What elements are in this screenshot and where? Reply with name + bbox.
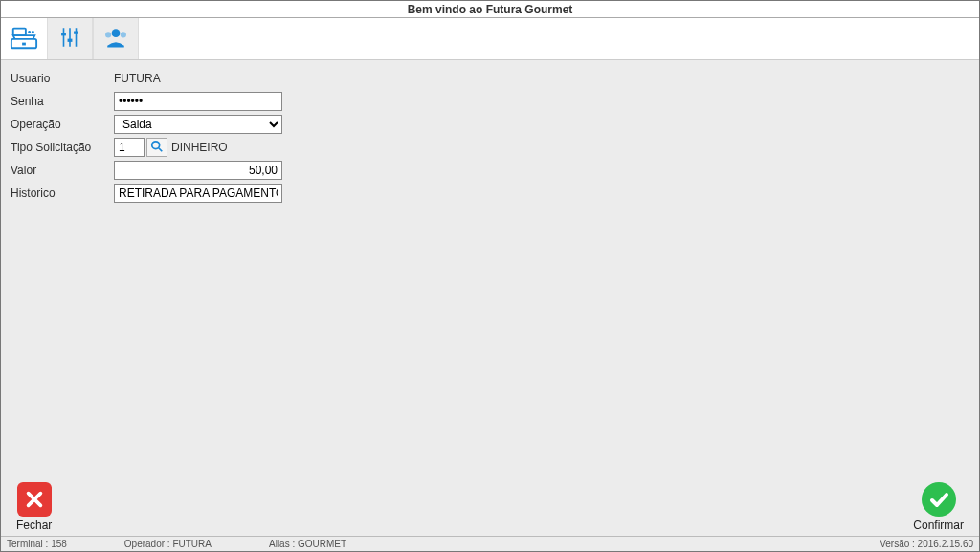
usuario-value: FUTURA (114, 72, 161, 85)
tipo-text: DINHEIRO (171, 141, 228, 154)
toolbar-users-button[interactable] (93, 18, 139, 59)
status-terminal: Terminal : 158 (7, 539, 67, 549)
svg-point-14 (152, 141, 160, 148)
svg-point-12 (105, 32, 111, 37)
status-versao-value: 2016.2.15.60 (918, 539, 973, 549)
svg-rect-9 (68, 39, 73, 42)
close-icon (17, 482, 52, 517)
row-valor: Valor (11, 160, 969, 181)
status-alias-label: Alias : (269, 539, 295, 549)
toolbar (1, 18, 979, 60)
form-area: Usuario FUTURA Senha Operação Saida Tipo… (1, 60, 979, 536)
confirm-label: Confirmar (913, 519, 964, 532)
row-tipo-solicitacao: Tipo Solicitação DINHEIRO (11, 137, 969, 158)
status-terminal-value: 158 (51, 539, 67, 549)
sliders-icon (57, 25, 82, 53)
confirm-button[interactable]: Confirmar (913, 482, 964, 532)
status-bar: Terminal : 158 Operador : FUTURA Alias :… (1, 536, 979, 551)
status-operador-label: Operador : (124, 539, 170, 549)
check-icon (922, 482, 956, 517)
row-historico: Historico (11, 183, 969, 204)
senha-input[interactable] (114, 92, 282, 111)
row-senha: Senha (11, 91, 969, 112)
svg-rect-0 (13, 29, 26, 36)
senha-label: Senha (11, 95, 114, 108)
users-icon (102, 24, 129, 54)
toolbar-cash-register-button[interactable] (1, 18, 47, 59)
row-usuario: Usuario FUTURA (11, 68, 969, 89)
historico-input[interactable] (114, 184, 282, 203)
status-versao-label: Versão : (880, 539, 915, 549)
app-window: Bem vindo ao Futura Gourmet (0, 0, 980, 552)
valor-label: Valor (11, 164, 114, 177)
close-label: Fechar (16, 519, 52, 532)
window-title: Bem vindo ao Futura Gourmet (408, 3, 573, 16)
svg-line-15 (159, 147, 163, 151)
usuario-label: Usuario (11, 72, 114, 85)
operacao-label: Operação (11, 118, 114, 131)
svg-rect-4 (22, 43, 26, 46)
historico-label: Historico (11, 187, 114, 200)
status-versao: Versão : 2016.2.15.60 (880, 539, 973, 549)
tipo-search-button[interactable] (146, 138, 167, 157)
close-button[interactable]: Fechar (16, 482, 52, 532)
tipo-label: Tipo Solicitação (11, 141, 114, 154)
operacao-select[interactable]: Saida (114, 115, 282, 134)
status-alias: Alias : GOURMET (269, 539, 346, 549)
svg-point-2 (28, 31, 31, 33)
toolbar-sliders-button[interactable] (47, 18, 93, 59)
cash-register-icon (10, 23, 38, 55)
svg-rect-8 (61, 33, 66, 35)
status-operador: Operador : FUTURA (124, 539, 212, 549)
tipo-code-input[interactable] (114, 138, 145, 157)
bottom-actions: Fechar Confirmar (1, 478, 979, 536)
svg-point-13 (121, 32, 126, 37)
status-operador-value: FUTURA (172, 539, 212, 549)
title-bar: Bem vindo ao Futura Gourmet (1, 1, 979, 18)
svg-point-11 (112, 29, 121, 37)
row-operacao: Operação Saida (11, 114, 969, 135)
svg-rect-10 (74, 32, 78, 34)
status-alias-value: GOURMET (298, 539, 346, 549)
svg-point-3 (32, 31, 34, 33)
search-icon (150, 140, 164, 156)
valor-input[interactable] (114, 161, 282, 180)
status-terminal-label: Terminal : (7, 539, 48, 549)
